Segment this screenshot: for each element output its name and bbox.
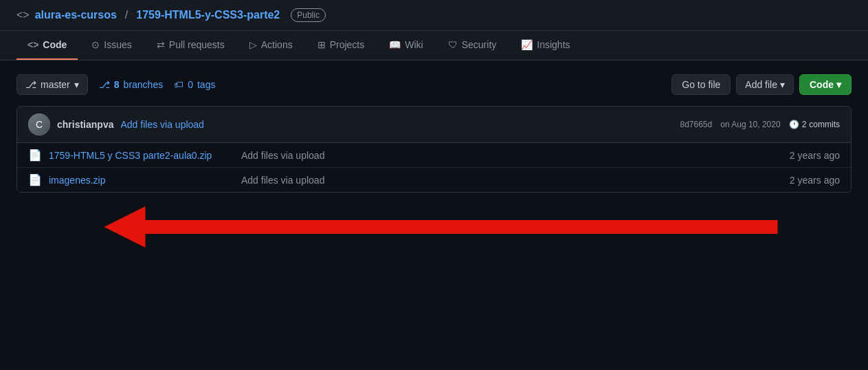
tab-pr-label: Pull requests (169, 39, 225, 50)
tab-insights-label: Insights (537, 39, 570, 50)
tab-issues-label: Issues (104, 39, 131, 50)
tab-insights[interactable]: 📈 Insights (510, 31, 581, 60)
code-button-label: Code (810, 79, 834, 90)
repo-visibility-badge: Public (291, 8, 326, 22)
file-row: 📄 imagenes.zip Add files via upload 2 ye… (17, 168, 851, 192)
avatar: C (28, 113, 50, 135)
actions-icon: ▷ (249, 39, 257, 50)
branches-icon: ⎇ (99, 79, 110, 90)
tab-actions-label: Actions (261, 39, 293, 50)
file-icon: 📄 (28, 149, 42, 162)
red-arrow-svg (16, 199, 852, 254)
code-chevron-icon: ▾ (836, 79, 841, 90)
clock-icon: 🕐 (789, 120, 799, 129)
tab-projects[interactable]: ⊞ Projects (307, 31, 376, 60)
code-icon: <> (27, 39, 38, 50)
tag-icon: 🏷 (174, 79, 183, 90)
svg-marker-0 (104, 206, 778, 248)
branches-label: branches (124, 79, 164, 90)
tab-security-label: Security (462, 39, 497, 50)
branches-link[interactable]: ⎇ 8 branches (99, 79, 163, 90)
chevron-down-icon: ▾ (74, 79, 79, 90)
branch-bar: ⎇ master ▾ ⎇ 8 branches 🏷 0 tags Go to f… (16, 74, 852, 95)
tab-pull-requests[interactable]: ⇄ Pull requests (146, 31, 236, 60)
add-file-chevron-icon: ▾ (780, 79, 785, 90)
add-file-button[interactable]: Add file ▾ (736, 74, 794, 95)
commits-label: commits (809, 120, 840, 129)
commit-history-link[interactable]: 🕐 2 commits (789, 120, 840, 129)
tab-projects-label: Projects (330, 39, 365, 50)
arrow-annotation (16, 199, 852, 254)
insights-icon: 📈 (521, 39, 533, 50)
tags-link[interactable]: 🏷 0 tags (174, 79, 215, 90)
file-age: 2 years ago (757, 150, 840, 161)
commit-author[interactable]: christianpva (57, 119, 113, 130)
security-icon: 🛡 (448, 39, 458, 50)
file-table: C christianpva Add files via upload 8d76… (16, 106, 852, 193)
code-bracket-icon: <> (16, 9, 30, 21)
tab-wiki[interactable]: 📖 Wiki (378, 31, 434, 60)
commit-message[interactable]: Add files via upload (120, 119, 203, 130)
commit-date: on Aug 10, 2020 (720, 120, 780, 129)
title-separator: / (125, 9, 128, 21)
branch-right: Go to file Add file ▾ Code ▾ (671, 74, 852, 95)
commit-row: C christianpva Add files via upload 8d76… (17, 107, 851, 143)
projects-icon: ⊞ (318, 39, 326, 50)
commits-count: 2 (802, 120, 807, 129)
tab-wiki-label: Wiki (405, 39, 423, 50)
branches-count: 8 (114, 79, 120, 90)
tags-count: 0 (188, 79, 193, 90)
tab-code[interactable]: <> Code (16, 31, 78, 60)
nav-tabs: <> Code ⊙ Issues ⇄ Pull requests ▷ Actio… (0, 31, 868, 61)
tab-issues[interactable]: ⊙ Issues (80, 31, 142, 60)
commit-left: C christianpva Add files via upload (28, 113, 204, 135)
tags-label: tags (197, 79, 215, 90)
go-to-file-button[interactable]: Go to file (671, 74, 731, 95)
file-name-link[interactable]: imagenes.zip (49, 175, 241, 186)
repo-name-link[interactable]: 1759-HTML5-y-CSS3-parte2 (136, 9, 280, 21)
repo-owner-link[interactable]: alura-es-cursos (35, 9, 117, 21)
issues-icon: ⊙ (91, 39, 100, 50)
file-age: 2 years ago (757, 175, 840, 186)
wiki-icon: 📖 (389, 39, 401, 50)
add-file-label: Add file (745, 79, 777, 90)
tab-security[interactable]: 🛡 Security (437, 31, 508, 60)
branch-selector[interactable]: ⎇ master ▾ (16, 74, 88, 95)
file-name-link[interactable]: 1759-HTML5 y CSS3 parte2-aula0.zip (49, 150, 241, 161)
commit-hash: 8d7665d (680, 120, 713, 129)
repo-title: <> alura-es-cursos / 1759-HTML5-y-CSS3-p… (16, 8, 326, 22)
code-button[interactable]: Code ▾ (799, 74, 852, 95)
branch-left: ⎇ master ▾ ⎇ 8 branches 🏷 0 tags (16, 74, 215, 95)
tab-actions[interactable]: ▷ Actions (238, 31, 304, 60)
file-icon: 📄 (28, 173, 42, 186)
commit-right: 8d7665d on Aug 10, 2020 🕐 2 commits (680, 120, 841, 129)
branch-name: master (41, 79, 70, 90)
file-commit-message: Add files via upload (241, 150, 757, 161)
repo-header: <> alura-es-cursos / 1759-HTML5-y-CSS3-p… (0, 0, 868, 31)
file-row: 📄 1759-HTML5 y CSS3 parte2-aula0.zip Add… (17, 143, 851, 168)
avatar-image: C (28, 113, 50, 135)
tab-code-label: Code (43, 39, 67, 50)
pr-icon: ⇄ (157, 39, 165, 50)
file-commit-message: Add files via upload (241, 175, 757, 186)
main-content: ⎇ master ▾ ⎇ 8 branches 🏷 0 tags Go to f… (0, 61, 868, 268)
branch-icon: ⎇ (25, 79, 36, 90)
